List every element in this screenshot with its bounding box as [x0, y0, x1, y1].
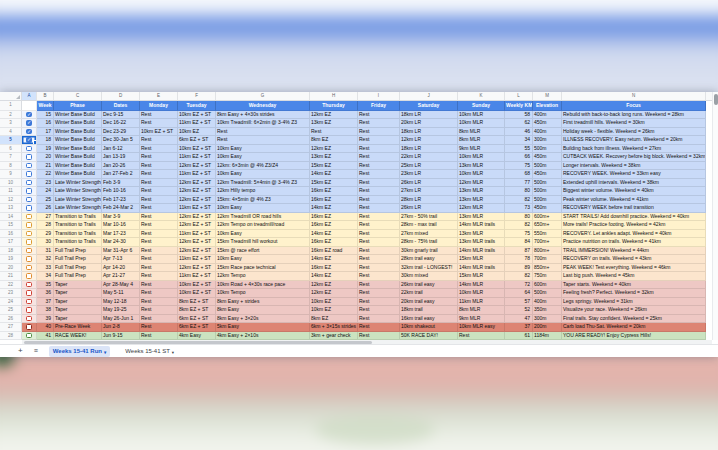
cell-focus[interactable]: Rebuild with back-to-back long runs. Wee…: [562, 111, 706, 120]
cell-friday[interactable]: Rest: [358, 196, 400, 205]
cell-week[interactable]: 20: [37, 153, 54, 162]
column-header-e[interactable]: E: [140, 92, 178, 101]
row-checkbox[interactable]: [26, 171, 32, 177]
cell-wednesday[interactable]: 10km Tempo: [216, 289, 310, 298]
cell-wednesday[interactable]: 12km Treadmill: 5×4min @ 3-4% Z3: [216, 179, 310, 188]
cell-checkbox[interactable]: ✓: [22, 119, 37, 128]
cell-saturday[interactable]: 27km mixed: [400, 230, 458, 239]
cell-focus[interactable]: RECOVERY WEEK before trail transition: [562, 204, 706, 213]
row-number[interactable]: 13: [0, 204, 22, 213]
cell-focus[interactable]: YOU ARE READY! Enjoy Cypress Hills!: [562, 332, 706, 341]
cell-dates[interactable]: Jun 9-15: [102, 332, 140, 341]
cell-checkbox[interactable]: [22, 170, 37, 179]
cell-thursday[interactable]: 14km EZ: [310, 230, 358, 239]
cell-dates[interactable]: Mar 24-30: [102, 238, 140, 247]
cell-weekly-km[interactable]: 75: [505, 162, 533, 171]
row-number[interactable]: 1: [0, 101, 22, 111]
cell-saturday[interactable]: 22km trail: [400, 289, 458, 298]
cell-tuesday[interactable]: 12km EZ + ST: [178, 196, 216, 205]
row-number[interactable]: 20: [0, 264, 22, 273]
cell-focus[interactable]: Carb load Thu-Sat. Weekend = 20km: [562, 323, 706, 332]
cell-wednesday[interactable]: 8km Easy: [216, 306, 310, 315]
cell-monday[interactable]: Rest: [140, 179, 178, 188]
cell-thursday[interactable]: 12km EZ: [310, 289, 358, 298]
cell-saturday[interactable]: 28km trail easy: [400, 255, 458, 264]
cell-thursday[interactable]: 10km EZ: [310, 298, 358, 307]
cell-thursday[interactable]: 14km EZ: [310, 272, 358, 281]
cell-focus[interactable]: RECOVERY WEEK. Weekend = 33km easy: [562, 170, 706, 179]
cell-tuesday[interactable]: 10km EZ + ST: [178, 111, 216, 120]
cell-saturday[interactable]: 22km LR: [400, 153, 458, 162]
cell-checkbox[interactable]: [22, 230, 37, 239]
cell-wednesday[interactable]: 8km Easy + 4×30s strides: [216, 111, 310, 120]
cell-tuesday[interactable]: 12km EZ + ST: [178, 213, 216, 222]
row-checkbox[interactable]: [26, 154, 32, 160]
cell-monday[interactable]: Rest: [140, 315, 178, 324]
cell-thursday[interactable]: 15km EZ: [310, 162, 358, 171]
tab-weeks-15-41-st[interactable]: Weeks 15-41 ST ▾: [121, 346, 178, 357]
cell-monday[interactable]: Rest: [140, 213, 178, 222]
cell-elevation[interactable]: 300m: [533, 136, 562, 145]
row-checkbox[interactable]: ✓: [26, 112, 32, 118]
row-checkbox[interactable]: [26, 248, 32, 254]
cell-checkbox[interactable]: [22, 315, 37, 324]
cell-dates[interactable]: Apr 21-27: [102, 272, 140, 281]
cell-dates[interactable]: Dec 30-Jan 5: [102, 136, 140, 145]
cell-dates[interactable]: Mar 31-Apr 6: [102, 247, 140, 256]
cell-friday[interactable]: Rest: [358, 128, 400, 137]
cell-dates[interactable]: Jan 27-Feb 2: [102, 170, 140, 179]
row-number[interactable]: 9: [0, 170, 22, 179]
cell-tuesday[interactable]: 10km EZ + ST: [178, 281, 216, 290]
cell-saturday[interactable]: 10km shakeout: [400, 323, 458, 332]
cell-friday[interactable]: Rest: [358, 298, 400, 307]
cell-tuesday[interactable]: 11km EZ + ST: [178, 119, 216, 128]
cell-monday[interactable]: Rest: [140, 323, 178, 332]
cell-week[interactable]: 37: [37, 298, 54, 307]
cell-thursday[interactable]: 16km EZ: [310, 187, 358, 196]
cell-checkbox[interactable]: [22, 332, 37, 341]
cell-tuesday[interactable]: 11km EZ + ST: [178, 230, 216, 239]
cell-focus[interactable]: Practice nutrition on trails. Weekend = …: [562, 238, 706, 247]
cell-weekly-km[interactable]: 72: [505, 281, 533, 290]
cell-weekly-km[interactable]: 82: [505, 221, 533, 230]
cell-elevation[interactable]: 600m: [533, 281, 562, 290]
cell-checkbox[interactable]: [22, 196, 37, 205]
cell-week[interactable]: 25: [37, 196, 54, 205]
cell-saturday[interactable]: 28km - max trail: [400, 221, 458, 230]
cell-dates[interactable]: Jan 6-12: [102, 145, 140, 154]
cell-phase[interactable]: Transition to Trails: [54, 221, 102, 230]
cell-elevation[interactable]: 800m+: [533, 247, 562, 256]
cell-checkbox[interactable]: [22, 145, 37, 154]
cell-friday[interactable]: Rest: [358, 145, 400, 154]
cell-friday[interactable]: Rest: [358, 332, 400, 341]
cell-checkbox[interactable]: [22, 272, 37, 281]
cell-focus[interactable]: Last big push. Weekend = 45km: [562, 272, 706, 281]
cell-sunday[interactable]: 13km MLR: [458, 162, 505, 171]
cell-friday[interactable]: Rest: [358, 136, 400, 145]
cell-wednesday[interactable]: 15km Treadmill hill workout: [216, 238, 310, 247]
cell-week[interactable]: 22: [37, 170, 54, 179]
row-checkbox[interactable]: ✓: [26, 129, 32, 135]
cell-tuesday[interactable]: 12km EZ + ST: [178, 238, 216, 247]
header-cell-elevation[interactable]: Elevation: [533, 101, 562, 111]
row-checkbox[interactable]: [26, 239, 32, 245]
cell-elevation[interactable]: 400m: [533, 298, 562, 307]
cell-monday[interactable]: Rest: [140, 281, 178, 290]
header-cell-tuesday[interactable]: Tuesday: [178, 101, 216, 111]
cell-elevation[interactable]: 1184m: [533, 332, 562, 341]
cell-thursday[interactable]: 10km EZ: [310, 306, 358, 315]
cell-focus[interactable]: Final trails. Stay confident. Weekend = …: [562, 315, 706, 324]
cell-week[interactable]: 15: [37, 111, 54, 120]
cell-focus[interactable]: Feeling fresh? Perfect. Weekend = 32km: [562, 289, 706, 298]
cell-sunday[interactable]: 14km MLR trails: [458, 247, 505, 256]
cell-tuesday[interactable]: 12km EZ + ST: [178, 162, 216, 171]
cell-monday[interactable]: Rest: [140, 187, 178, 196]
row-number[interactable]: 15: [0, 221, 22, 230]
cell-elevation[interactable]: 500m: [533, 179, 562, 188]
row-checkbox[interactable]: [26, 231, 32, 237]
cell-thursday[interactable]: Rest: [310, 128, 358, 137]
cell-week[interactable]: 39: [37, 315, 54, 324]
row-checkbox[interactable]: [26, 205, 32, 211]
row-number[interactable]: 2: [0, 111, 22, 120]
cell-phase[interactable]: Late Winter Strength: [54, 196, 102, 205]
